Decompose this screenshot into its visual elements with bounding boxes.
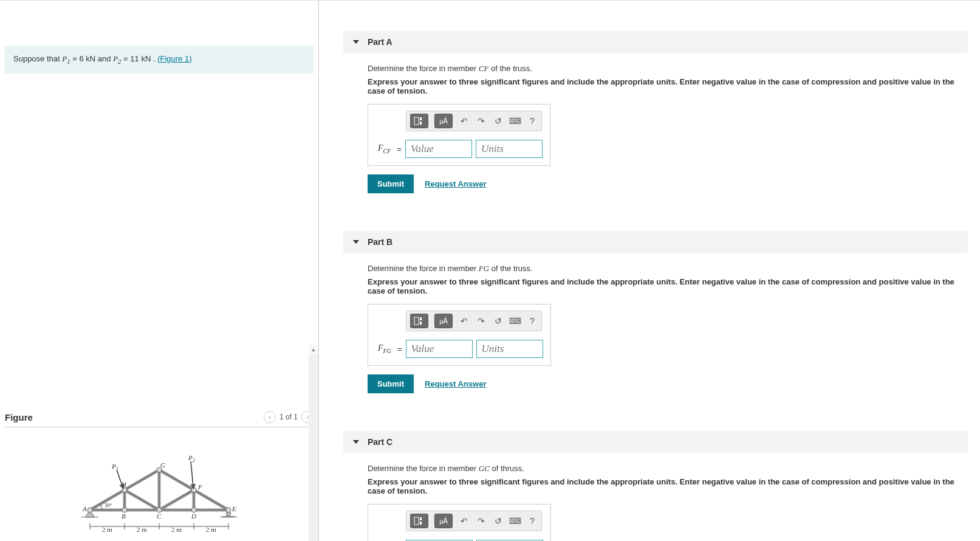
svg-text:E: E <box>231 505 236 512</box>
svg-rect-52 <box>414 117 419 125</box>
svg-rect-58 <box>414 517 419 525</box>
keyboard-icon[interactable]: ⌨ <box>510 515 521 526</box>
part-b-title: Part B <box>368 237 392 247</box>
answer-toolbar: µÅ ↶ ↷ ↺ ⌨ ? <box>406 111 542 131</box>
part-b-instructions: Express your answer to three significant… <box>368 277 968 295</box>
keyboard-icon[interactable]: ⌨ <box>510 115 521 126</box>
reset-icon[interactable]: ↺ <box>493 315 504 326</box>
undo-icon[interactable]: ↶ <box>459 115 470 126</box>
svg-text:2 m: 2 m <box>137 526 147 533</box>
answer-toolbar: µÅ ↶ ↷ ↺ ⌨ ? <box>406 511 542 531</box>
svg-text:G: G <box>160 461 165 469</box>
part-b-answer-box: µÅ ↶ ↷ ↺ ⌨ ? FFG = <box>368 304 551 366</box>
and-text: and <box>98 54 113 63</box>
scroll-up-icon[interactable]: ▲ <box>309 345 318 354</box>
truss-diagram: P1 P2 G H F A B C D E 30° 2 m 2 m 2 m <box>74 452 244 541</box>
svg-text:B: B <box>122 512 126 520</box>
part-b-header[interactable]: Part B <box>343 231 968 253</box>
svg-rect-56 <box>420 317 422 320</box>
svg-point-24 <box>191 508 196 512</box>
part-c-instructions: Express your answer to three significant… <box>368 477 968 495</box>
keyboard-icon[interactable]: ⌨ <box>510 315 521 326</box>
template-button[interactable] <box>410 314 428 328</box>
part-c-title: Part C <box>368 437 392 447</box>
part-b-variable: FFG <box>375 343 394 354</box>
equals-sign: = <box>397 145 402 154</box>
template-button[interactable] <box>410 514 428 528</box>
part-c-prompt: Determine the force in member GC of thru… <box>368 464 968 474</box>
svg-point-26 <box>122 488 127 492</box>
redo-icon[interactable]: ↷ <box>476 315 487 326</box>
part-a-title: Part A <box>368 37 392 47</box>
svg-text:P2: P2 <box>188 454 195 463</box>
redo-icon[interactable]: ↷ <box>476 515 487 526</box>
part-b-units-input[interactable] <box>476 340 543 358</box>
part-b-request-answer-link[interactable]: Request Answer <box>425 379 486 388</box>
figure-scrollbar[interactable]: ▲ ▼ <box>309 345 318 541</box>
svg-rect-55 <box>414 317 419 325</box>
symbols-button[interactable]: µÅ <box>434 114 453 128</box>
svg-text:30°: 30° <box>105 502 112 508</box>
collapse-icon <box>353 40 359 44</box>
part-a-request-answer-link[interactable]: Request Answer <box>425 179 486 188</box>
svg-rect-54 <box>420 122 422 125</box>
p1-value: = 6 kN <box>72 54 95 63</box>
svg-point-22 <box>122 508 127 512</box>
equals-sign: = <box>397 345 402 354</box>
figure-link[interactable]: (Figure 1) <box>157 54 191 63</box>
svg-line-30 <box>191 461 193 487</box>
svg-rect-4 <box>222 516 235 517</box>
part-c-block: Part C Determine the force in member GC … <box>319 431 980 541</box>
svg-text:C: C <box>157 512 162 520</box>
part-a-submit-button[interactable]: Submit <box>368 174 414 193</box>
svg-text:D: D <box>191 512 196 520</box>
undo-icon[interactable]: ↶ <box>459 315 470 326</box>
help-icon[interactable]: ? <box>527 315 538 326</box>
part-b-block: Part B Determine the force in member FG … <box>319 231 980 401</box>
svg-text:F: F <box>197 483 202 491</box>
help-icon[interactable]: ? <box>527 515 538 526</box>
part-a-answer-box: µÅ ↶ ↷ ↺ ⌨ ? FCF = <box>368 104 550 166</box>
svg-text:2 m: 2 m <box>206 526 216 533</box>
svg-rect-57 <box>420 322 422 325</box>
svg-line-20 <box>159 490 194 510</box>
part-c-header[interactable]: Part C <box>343 431 968 453</box>
svg-point-28 <box>191 488 196 492</box>
svg-text:H: H <box>121 481 127 488</box>
p1-variable: P1 <box>62 54 70 63</box>
part-b-value-input[interactable] <box>406 340 473 358</box>
symbols-button[interactable]: µÅ <box>434 314 453 328</box>
figure-prev-button[interactable]: ‹ <box>264 411 276 423</box>
svg-line-19 <box>125 490 159 510</box>
answer-toolbar: µÅ ↶ ↷ ↺ ⌨ ? <box>406 311 542 331</box>
part-b-submit-button[interactable]: Submit <box>368 374 414 393</box>
svg-rect-60 <box>420 522 422 525</box>
part-b-prompt: Determine the force in member FG of the … <box>368 264 968 274</box>
svg-rect-59 <box>420 517 422 520</box>
figure-title: Figure <box>5 412 33 422</box>
collapse-icon <box>353 440 359 444</box>
part-a-block: Part A Determine the force in member CF … <box>319 31 980 201</box>
svg-text:2 m: 2 m <box>171 526 182 533</box>
svg-text:A: A <box>82 505 87 512</box>
collapse-icon <box>353 240 359 244</box>
part-a-value-input[interactable] <box>405 140 472 158</box>
svg-rect-53 <box>420 117 422 120</box>
part-a-header[interactable]: Part A <box>343 31 968 53</box>
part-a-instructions: Express your answer to three significant… <box>368 77 968 95</box>
symbols-button[interactable]: µÅ <box>434 514 453 528</box>
svg-point-21 <box>87 508 92 512</box>
undo-icon[interactable]: ↶ <box>459 515 470 526</box>
template-button[interactable] <box>410 114 428 128</box>
reset-icon[interactable]: ↺ <box>493 115 504 126</box>
svg-text:2 m: 2 m <box>102 526 112 533</box>
figure-section: Figure ‹ 1 of 1 › <box>5 407 314 541</box>
help-icon[interactable]: ? <box>527 115 538 126</box>
part-a-units-input[interactable] <box>476 140 543 158</box>
problem-prefix: Suppose that <box>13 54 62 63</box>
redo-icon[interactable]: ↷ <box>476 115 487 126</box>
svg-text:P1: P1 <box>111 463 118 472</box>
part-c-answer-box: µÅ ↶ ↷ ↺ ⌨ ? FGC = <box>368 504 551 541</box>
reset-icon[interactable]: ↺ <box>493 515 504 526</box>
svg-point-23 <box>157 508 162 512</box>
